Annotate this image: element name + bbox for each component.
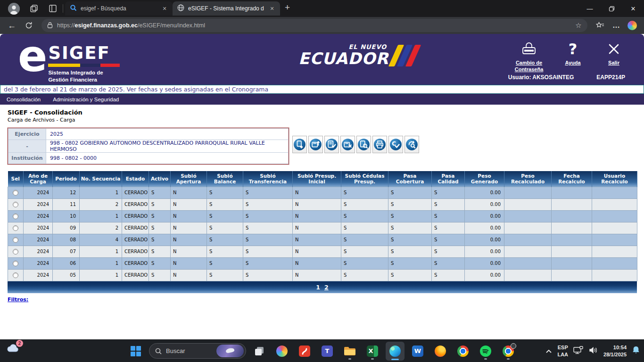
- cell: 2024: [24, 187, 53, 198]
- file-explorer-icon[interactable]: [340, 342, 359, 361]
- row-select-radio[interactable]: [13, 249, 18, 255]
- recalcular-button[interactable]: [405, 136, 419, 153]
- filters-link[interactable]: Filtros:: [8, 296, 28, 303]
- brand-flag-stripes: [393, 45, 416, 66]
- tab-esigef-app[interactable]: eSIGEF - Sistema Integrado de Ge ✕: [173, 1, 280, 16]
- imprimir-button[interactable]: [372, 136, 387, 153]
- main-menu-bar: Consolidación Administración y Seguridad: [0, 94, 644, 105]
- clock[interactable]: 10:5428/1/2025: [603, 344, 627, 358]
- cell: 1: [80, 210, 122, 222]
- eliminar-button[interactable]: [340, 136, 355, 153]
- language-indicator[interactable]: ESPLAA: [557, 344, 568, 358]
- task-view-button[interactable]: [250, 342, 269, 361]
- row-select-radio[interactable]: [13, 202, 18, 207]
- help-link[interactable]: ? Ayuda: [556, 40, 589, 66]
- lock-icon: [47, 22, 53, 30]
- table-row: 2024084CERRADOSNSSNSSS0.00: [8, 234, 637, 246]
- tab-close-icon[interactable]: ✕: [160, 4, 169, 13]
- menu-item-consolidacion[interactable]: Consolidación: [7, 97, 41, 102]
- start-button[interactable]: [126, 342, 145, 361]
- form-row-ejercicio: Ejercicio 2025: [8, 129, 289, 140]
- column-header: Sel: [8, 171, 24, 187]
- tab-close-icon[interactable]: ✕: [268, 4, 276, 13]
- new-tab-button[interactable]: +: [285, 2, 290, 13]
- notification-bell-icon[interactable]: [632, 346, 640, 357]
- copilot-icon[interactable]: [625, 18, 639, 33]
- browser-profile-avatar[interactable]: [8, 3, 20, 15]
- vertical-tabs-icon[interactable]: [45, 1, 61, 16]
- row-select-cell: [8, 269, 24, 281]
- cell: S: [149, 269, 171, 281]
- cell: 2024: [24, 257, 53, 269]
- cell: [504, 187, 552, 198]
- excel-icon[interactable]: X: [363, 342, 382, 361]
- spotify-icon[interactable]: [476, 342, 495, 361]
- crear-button[interactable]: [292, 136, 307, 153]
- window-minimize-button[interactable]: —: [579, 0, 601, 17]
- tab-esigef-search[interactable]: esigef - Búsqueda ✕: [65, 1, 173, 16]
- copilot-app-icon[interactable]: [272, 342, 291, 361]
- workspaces-icon[interactable]: [26, 1, 42, 16]
- chrome-icon[interactable]: [454, 342, 472, 361]
- window-close-button[interactable]: ✕: [622, 0, 644, 17]
- menu-item-administracion[interactable]: Administración y Seguridad: [53, 97, 119, 102]
- cell: [592, 234, 637, 246]
- favorites-list-icon[interactable]: [593, 18, 607, 33]
- consultar-detalle-button[interactable]: [356, 136, 371, 153]
- cell: 07: [53, 246, 80, 257]
- row-select-radio[interactable]: [13, 225, 18, 231]
- search-favicon-icon: [70, 4, 77, 13]
- window-restore-button[interactable]: [601, 0, 622, 17]
- refresh-button[interactable]: [22, 18, 36, 33]
- volume-icon[interactable]: [589, 346, 598, 356]
- validar-button[interactable]: [324, 136, 339, 153]
- row-select-radio[interactable]: [13, 272, 18, 278]
- password-lock-icon: [520, 40, 538, 58]
- row-select-radio[interactable]: [13, 214, 18, 219]
- table-row: 2024092CERRADOSNSSNSSS0.00: [8, 222, 637, 234]
- row-select-cell: [8, 246, 24, 257]
- subir-archivo-button[interactable]: [308, 136, 323, 153]
- row-select-radio[interactable]: [13, 261, 18, 266]
- teams-icon[interactable]: T: [318, 342, 337, 361]
- cell: [592, 187, 637, 198]
- chrome-profile-icon[interactable]: [499, 342, 518, 361]
- cell: N: [171, 222, 207, 234]
- column-header: Subió Transferencia: [243, 171, 293, 187]
- row-select-radio[interactable]: [13, 190, 18, 196]
- cell: S: [388, 198, 432, 210]
- cell: S: [388, 269, 432, 281]
- cell: S: [341, 246, 388, 257]
- url-scheme: https://: [57, 22, 75, 29]
- cell: [592, 257, 637, 269]
- tray-chevron-icon[interactable]: [545, 347, 552, 355]
- cell: 10: [53, 210, 80, 222]
- row-select-radio[interactable]: [13, 237, 18, 243]
- exit-link[interactable]: Salir: [596, 40, 632, 66]
- cell: [552, 246, 592, 257]
- network-icon[interactable]: [573, 346, 584, 356]
- address-bar[interactable]: https://esigef.finanzas.gob.ec/eSIGEF/me…: [41, 19, 587, 32]
- confirmar-button[interactable]: C: [388, 136, 403, 153]
- page-2-link[interactable]: 2: [324, 284, 329, 291]
- cell: 05: [53, 269, 80, 281]
- pdf-app-icon[interactable]: [295, 342, 314, 361]
- cell: [552, 222, 592, 234]
- change-password-link[interactable]: Cambio de Contraseña: [508, 40, 550, 73]
- cell: [504, 269, 552, 281]
- cell: CERRADO: [122, 246, 149, 257]
- taskbar-search-box[interactable]: Buscar: [149, 343, 246, 359]
- edge-icon[interactable]: [386, 342, 405, 361]
- weather-widget[interactable]: 2: [6, 342, 20, 354]
- cell: [552, 187, 592, 198]
- page-subtitle: Carga de Archivos - Carga: [8, 117, 636, 123]
- cell: S: [207, 257, 243, 269]
- firefox-icon[interactable]: [431, 342, 450, 361]
- cell: 4: [80, 234, 122, 246]
- back-button[interactable]: ←: [5, 18, 19, 33]
- search-highlight-image[interactable]: [216, 345, 244, 357]
- cell: 0.00: [465, 210, 504, 222]
- word-icon[interactable]: W: [408, 342, 427, 361]
- browser-menu-icon[interactable]: …: [609, 18, 623, 33]
- favorite-star-icon[interactable]: ☆: [572, 21, 585, 30]
